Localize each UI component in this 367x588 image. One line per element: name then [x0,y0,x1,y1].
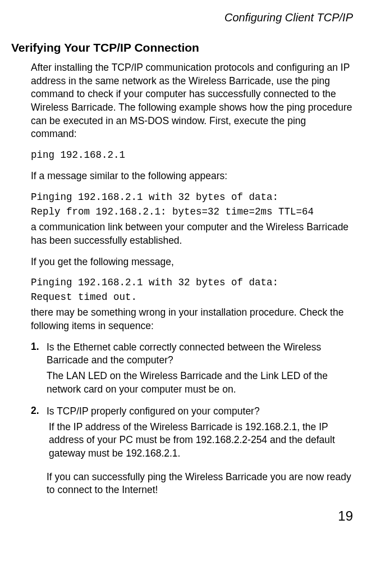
list-question-1: Is the Ethernet cable correctly connecte… [47,341,353,367]
paragraph-success-result: a communication link between your comput… [31,221,353,247]
list-question-2: Is TCP/IP properly configured on your co… [47,405,353,418]
code-pinging-line: Pinging 192.168.2.1 with 32 bytes of dat… [31,191,353,204]
list-answer-2: If the IP address of the Wireless Barric… [49,421,353,461]
intro-paragraph: After installing the TCP/IP communicatio… [31,61,353,141]
list-item: 1. Is the Ethernet cable correctly conne… [31,341,353,396]
paragraph-success-intro: If a message similar to the following ap… [31,170,353,183]
section-heading: Verifying Your TCP/IP Connection [11,41,353,54]
code-ping-command: ping 192.168.2.1 [31,149,353,162]
list-number-2: 2. [31,405,47,497]
list-number-1: 1. [31,341,47,396]
running-header: Configuring Client TCP/IP [11,11,353,24]
closing-text: If you can successfully ping the Wireles… [47,471,353,497]
page-number: 19 [11,508,353,524]
code-pinging-line-2: Pinging 192.168.2.1 with 32 bytes of dat… [31,276,353,290]
code-reply-line: Reply from 192.168.2.1: bytes=32 time=2m… [31,206,353,219]
list-item: 2. Is TCP/IP properly configured on your… [31,405,353,497]
code-timeout-line: Request timed out. [31,291,353,304]
paragraph-fail-intro: If you get the following message, [31,256,353,269]
list-answer-1: The LAN LED on the Wireless Barricade an… [47,370,353,396]
paragraph-fail-result: there may be something wrong in your ins… [31,306,353,332]
